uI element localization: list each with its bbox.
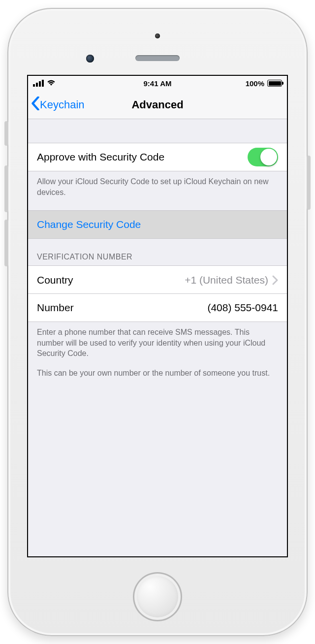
iphone-frame: 9:41 AM 100% Keychain Advanced Approve w…	[7, 8, 308, 636]
power-button	[307, 156, 311, 210]
front-camera	[86, 55, 94, 63]
change-security-code-label: Change Security Code	[37, 219, 141, 230]
approve-with-security-code-row[interactable]: Approve with Security Code	[28, 143, 287, 171]
chevron-left-icon	[31, 97, 40, 113]
verification-header: Verification Number	[28, 239, 287, 265]
number-row[interactable]: Number (408) 555-0941	[28, 293, 287, 322]
screen: 9:41 AM 100% Keychain Advanced Approve w…	[27, 75, 288, 557]
country-label: Country	[37, 274, 185, 286]
page-title: Advanced	[131, 98, 183, 111]
status-bar: 9:41 AM 100%	[28, 76, 287, 91]
earpiece-speaker	[135, 55, 180, 61]
country-value: +1 (United States)	[185, 274, 268, 286]
approve-label: Approve with Security Code	[37, 151, 248, 163]
number-value: (408) 555-0941	[207, 302, 278, 314]
battery-icon	[267, 80, 282, 87]
cellular-signal-icon	[33, 80, 44, 87]
change-security-code-button[interactable]: Change Security Code	[28, 210, 287, 239]
navigation-bar: Keychain Advanced	[28, 91, 287, 119]
wifi-icon	[47, 79, 56, 88]
battery-percent: 100%	[246, 79, 264, 88]
back-label: Keychain	[40, 98, 85, 111]
volume-down-button	[4, 220, 8, 266]
chevron-right-icon	[272, 275, 278, 285]
proximity-sensor	[155, 33, 160, 38]
mute-switch	[4, 121, 8, 146]
status-time: 9:41 AM	[144, 79, 172, 88]
settings-content[interactable]: Approve with Security Code Allow your iC…	[28, 119, 287, 556]
home-button[interactable]	[133, 572, 182, 621]
approve-toggle[interactable]	[248, 148, 278, 166]
number-label: Number	[37, 302, 207, 314]
approve-footer: Allow your iCloud Security Code to set u…	[28, 171, 287, 197]
volume-up-button	[4, 165, 8, 212]
verification-footer: Enter a phone number that can receive SM…	[28, 322, 287, 378]
back-button[interactable]: Keychain	[31, 97, 85, 113]
country-row[interactable]: Country +1 (United States)	[28, 265, 287, 294]
